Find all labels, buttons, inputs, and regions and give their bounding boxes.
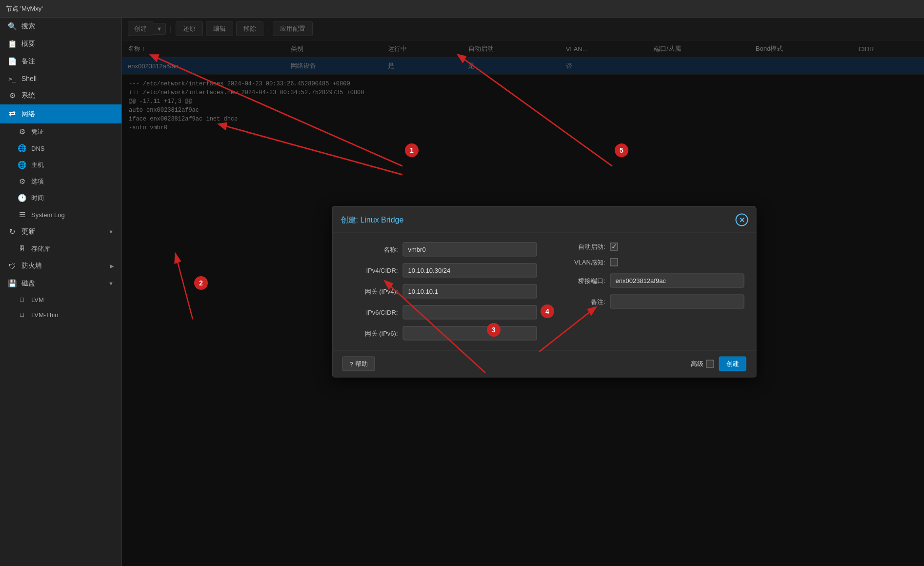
footer-right: 高级 创建 — [691, 357, 746, 371]
title-bar-text: 节点 'MyMxy' — [6, 4, 43, 13]
sidebar-item-system-label: 系统 — [21, 91, 35, 100]
time-icon: 🕐 — [18, 194, 26, 202]
hosts-icon: 🌐 — [18, 161, 26, 169]
field-vlanaware-label: VLAN感知: — [552, 258, 605, 267]
sidebar: 🔍 搜索 📋 概要 📄 备注 >_ Shell ⚙ 系统 ⇄ 网络 ⚙ 凭证 🌐 — [0, 18, 122, 566]
dialog-title-prefix: 创建: — [341, 215, 358, 223]
sidebar-item-time[interactable]: 🕐 时间 — [0, 190, 121, 206]
sidebar-item-options[interactable]: ⚙ 选项 — [0, 173, 121, 190]
dialog-body: 名称: IPv4/CIDR: 网关 (IPv4): IPv6/CIDR — [333, 233, 756, 350]
search-icon: 🔍 — [8, 22, 17, 31]
main-layout: 🔍 搜索 📋 概要 📄 备注 >_ Shell ⚙ 系统 ⇄ 网络 ⚙ 凭证 🌐 — [0, 18, 924, 566]
field-autostart-label: 自动启动: — [552, 243, 605, 251]
field-comment-input[interactable] — [610, 295, 744, 309]
field-ipv4cidr-row: IPv4/CIDR: — [344, 263, 537, 278]
help-button[interactable]: ? 帮助 — [342, 357, 375, 371]
shell-icon: >_ — [8, 75, 17, 82]
dialog-footer: ? 帮助 高级 创建 — [333, 350, 756, 377]
dns-icon: 🌐 — [18, 144, 26, 153]
field-bridgeports-row: 桥接端口: — [552, 274, 744, 288]
field-gateway4-input[interactable] — [403, 284, 537, 299]
firewall-icon: 🛡 — [8, 262, 17, 270]
field-vlanaware-checkbox[interactable] — [610, 259, 618, 266]
form-right: 自动启动: VLAN感知: 桥接端口: 备注: — [552, 243, 744, 341]
sidebar-item-time-label: 时间 — [31, 194, 44, 202]
sidebar-item-credentials-label: 凭证 — [31, 127, 44, 136]
advanced-checkbox[interactable] — [706, 360, 714, 368]
field-ipv6cidr-label: IPv6/CIDR: — [344, 309, 398, 316]
overview-icon: 📋 — [8, 40, 17, 48]
sidebar-item-system[interactable]: ⚙ 系统 — [0, 87, 121, 104]
field-bridgeports-input[interactable] — [610, 274, 744, 288]
title-bar: 节点 'MyMxy' — [0, 0, 924, 18]
field-bridgeports-label: 桥接端口: — [552, 276, 605, 285]
sidebar-item-lvm[interactable]: ☐ LVM — [0, 292, 121, 307]
system-icon: ⚙ — [8, 91, 17, 100]
field-vlanaware-row: VLAN感知: — [552, 258, 744, 267]
notes-icon: 📄 — [8, 57, 17, 66]
field-comment-row: 备注: — [552, 295, 744, 309]
lvm-icon: ☐ — [18, 297, 26, 303]
create-confirm-button[interactable]: 创建 — [719, 357, 746, 371]
sidebar-item-lvmthin[interactable]: ☐ LVM-Thin — [0, 307, 121, 323]
help-icon: ? — [350, 360, 353, 367]
sidebar-item-dns[interactable]: 🌐 DNS — [0, 140, 121, 157]
field-autostart-checkbox[interactable] — [610, 243, 618, 251]
sidebar-item-disk[interactable]: 💾 磁盘 ▼ — [0, 275, 121, 292]
sidebar-item-updates[interactable]: ↻ 更新 ▼ — [0, 223, 121, 241]
sidebar-item-hosts[interactable]: 🌐 主机 — [0, 157, 121, 173]
sidebar-item-systemlog[interactable]: ☰ System Log — [0, 206, 121, 223]
field-ipv4cidr-label: IPv4/CIDR: — [344, 267, 398, 274]
sidebar-item-storage[interactable]: 🗄 存储库 — [0, 241, 121, 257]
field-name-input[interactable] — [403, 243, 537, 257]
sidebar-item-overview[interactable]: 📋 概要 — [0, 35, 121, 53]
storage-icon: 🗄 — [18, 245, 26, 252]
sidebar-item-search-label: 搜索 — [21, 22, 35, 31]
sidebar-item-shell-label: Shell — [21, 75, 37, 82]
disk-chevron-icon: ▼ — [108, 281, 114, 286]
advanced-label: 高级 — [691, 360, 703, 368]
sidebar-item-hosts-label: 主机 — [31, 161, 44, 169]
field-ipv4cidr-input[interactable] — [403, 263, 537, 278]
sidebar-item-options-label: 选项 — [31, 177, 44, 186]
create-bridge-dialog: 创建: Linux Bridge ✕ 名称: IPv4/CIDR: — [332, 206, 757, 378]
dialog-header: 创建: Linux Bridge ✕ — [333, 207, 756, 233]
updates-icon: ↻ — [8, 227, 17, 236]
network-icon: ⇄ — [8, 109, 17, 119]
form-grid: 名称: IPv4/CIDR: 网关 (IPv4): IPv6/CIDR — [344, 243, 744, 341]
sidebar-item-lvmthin-label: LVM-Thin — [31, 311, 58, 319]
field-gateway6-label: 网关 (IPv6): — [344, 329, 398, 338]
sidebar-item-credentials[interactable]: ⚙ 凭证 — [0, 123, 121, 140]
lvmthin-icon: ☐ — [18, 312, 26, 318]
field-gateway6-input[interactable] — [403, 326, 537, 341]
sidebar-item-disk-label: 磁盘 — [21, 279, 35, 288]
content-area: 创建 ▼ | 还原 编辑 移除 | 应用配置 名称 ↑ 类别 运行中 自动启动 … — [122, 18, 924, 566]
field-name-row: 名称: — [344, 243, 537, 257]
sidebar-item-shell[interactable]: >_ Shell — [0, 70, 121, 87]
credentials-icon: ⚙ — [18, 127, 26, 136]
options-icon: ⚙ — [18, 177, 26, 186]
systemlog-icon: ☰ — [18, 210, 26, 219]
sidebar-item-network-label: 网络 — [21, 110, 35, 119]
dialog-title-type-text: Linux Bridge — [360, 215, 403, 223]
sidebar-item-updates-label: 更新 — [21, 227, 35, 236]
sidebar-item-dns-label: DNS — [31, 145, 44, 152]
disk-icon: 💾 — [8, 279, 17, 288]
field-comment-label: 备注: — [552, 297, 605, 306]
advanced-area: 高级 — [691, 360, 714, 368]
field-gateway6-row: 网关 (IPv6): — [344, 326, 537, 341]
sidebar-item-firewall-label: 防火墙 — [21, 262, 42, 270]
field-ipv6cidr-input[interactable] — [403, 305, 537, 320]
help-button-label: 帮助 — [355, 360, 368, 368]
sidebar-item-search[interactable]: 🔍 搜索 — [0, 18, 121, 35]
form-left: 名称: IPv4/CIDR: 网关 (IPv4): IPv6/CIDR — [344, 243, 537, 341]
field-gateway4-row: 网关 (IPv4): — [344, 284, 537, 299]
sidebar-item-notes-label: 备注 — [21, 57, 35, 66]
sidebar-item-network[interactable]: ⇄ 网络 — [0, 104, 121, 123]
dialog-close-button[interactable]: ✕ — [736, 214, 748, 226]
sidebar-item-lvm-label: LVM — [31, 296, 44, 303]
sidebar-item-notes[interactable]: 📄 备注 — [0, 53, 121, 70]
sidebar-item-systemlog-label: System Log — [31, 211, 65, 219]
sidebar-item-firewall[interactable]: 🛡 防火墙 ▶ — [0, 257, 121, 275]
field-autostart-row: 自动启动: — [552, 243, 744, 251]
